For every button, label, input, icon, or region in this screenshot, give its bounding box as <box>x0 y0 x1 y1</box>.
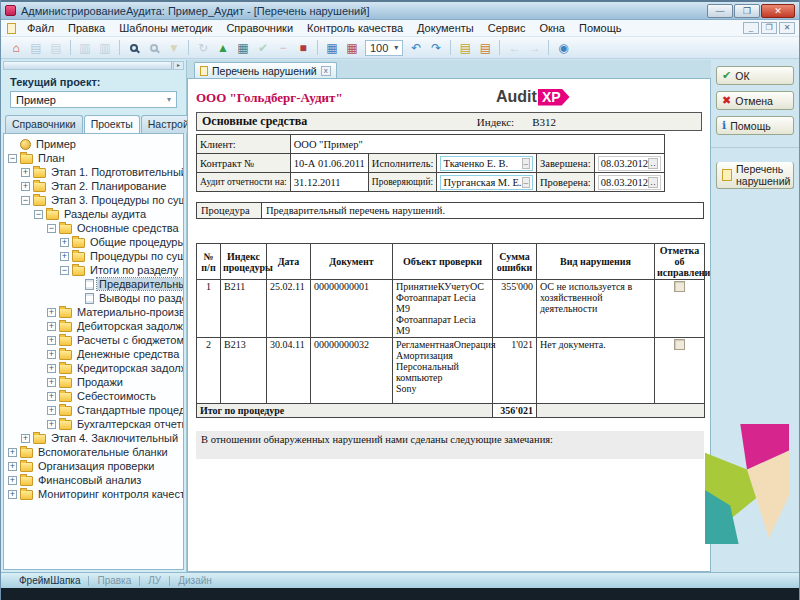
dropdown-button[interactable]: – <box>522 177 531 188</box>
tree-item[interactable]: +Кредиторская задолженность <box>6 361 183 375</box>
tree-item[interactable]: +Организация проверки <box>6 459 183 473</box>
expand-icon[interactable]: + <box>47 336 56 345</box>
menu-item-1[interactable]: Файл <box>20 21 61 35</box>
notes-icon[interactable]: ▤ <box>456 39 474 57</box>
violations-list-button[interactable]: Перечень нарушений <box>716 162 794 189</box>
client-value[interactable]: ООО "Пример" <box>290 135 664 154</box>
expand-icon[interactable]: + <box>8 476 17 485</box>
approve-icon[interactable]: ✔ <box>254 39 272 57</box>
tree-item[interactable]: Выводы по разделу аудита. <box>6 291 183 305</box>
tree-item[interactable]: +Себестоимость <box>6 389 183 403</box>
menu-item-9[interactable]: Помощь <box>572 21 629 35</box>
tab-violations-list[interactable]: Перечень нарушений x <box>194 62 337 78</box>
tree-item[interactable]: +Мониторинг контроля качества <box>6 487 183 501</box>
fixed-checkbox[interactable] <box>674 339 685 350</box>
help-icon[interactable]: ◉ <box>554 39 572 57</box>
expand-icon[interactable]: + <box>60 238 69 247</box>
back-icon[interactable]: ↶ <box>407 39 425 57</box>
audit-date-value[interactable]: 31.12.2011 <box>290 173 368 192</box>
status-item-3[interactable]: ЛУ <box>140 575 169 586</box>
filter-icon[interactable]: ▼ <box>165 39 183 57</box>
status-item-2[interactable]: Правка <box>89 575 139 586</box>
tree-item[interactable]: −План <box>6 151 183 165</box>
home-icon[interactable]: ⌂ <box>7 39 25 57</box>
menu-item-6[interactable]: Документы <box>410 21 481 35</box>
forward-icon[interactable]: ↷ <box>427 39 445 57</box>
mdi-close-button[interactable]: ✕ <box>779 22 795 34</box>
tree-item[interactable]: −Итоги по разделу <box>6 263 183 277</box>
status-item-4[interactable]: Дизайн <box>170 575 220 586</box>
expand-icon[interactable]: + <box>8 462 17 471</box>
contract-value[interactable]: 10-А 01.06.2011 <box>290 154 368 173</box>
menu-item-3[interactable]: Шаблоны методик <box>112 21 219 35</box>
ok-button[interactable]: ✔ОК <box>716 66 794 85</box>
ellipsis-button[interactable]: ‥ <box>648 177 658 188</box>
horizontal-scrollbar[interactable]: ▸ <box>3 61 184 70</box>
zoom-search-icon[interactable] <box>145 39 163 57</box>
journal-icon[interactable]: ▤ <box>476 39 494 57</box>
mdi-restore-button[interactable]: ❐ <box>761 22 777 34</box>
scrollbar-right-arrow-icon[interactable]: ▸ <box>173 62 183 69</box>
checked-field[interactable]: 08.03.2012 ‥ <box>598 175 661 190</box>
save-icon[interactable]: ▥ <box>76 39 94 57</box>
tree-item[interactable]: +Процедуры по существу <box>6 249 183 263</box>
collapse-icon[interactable]: − <box>34 210 43 219</box>
tree-item[interactable]: +Стандартные процедуры <box>6 403 183 417</box>
expand-icon[interactable]: + <box>47 350 56 359</box>
menu-item-7[interactable]: Сервис <box>481 21 533 35</box>
menu-item-4[interactable]: Справочники <box>219 21 300 35</box>
expand-icon[interactable]: + <box>8 490 17 499</box>
executor-field[interactable]: Ткаченко Е. В. – <box>440 156 533 171</box>
expand-icon[interactable]: + <box>47 392 56 401</box>
panel-tab-проекты[interactable]: Проекты <box>84 115 140 133</box>
completed-field[interactable]: 08.03.2012 ‥ <box>598 156 661 171</box>
help-button[interactable]: ℹПомощь <box>716 116 794 135</box>
tree-item[interactable]: −Этап 3. Процедуры по существу <box>6 193 183 207</box>
panel-tab-справочники[interactable]: Справочники <box>5 115 83 133</box>
scrollbar-thumb[interactable] <box>4 62 172 69</box>
expand-icon[interactable]: + <box>21 434 30 443</box>
tab-close-icon[interactable]: x <box>321 66 331 76</box>
new-project-icon[interactable]: ▤ <box>27 39 45 57</box>
maximize-button[interactable]: ❐ <box>734 4 760 18</box>
next-icon[interactable]: → <box>525 39 543 57</box>
tree-item[interactable]: +Финансовый анализ <box>6 473 183 487</box>
expand-icon[interactable]: + <box>47 322 56 331</box>
menu-item-5[interactable]: Контроль качества <box>300 21 410 35</box>
tree-item[interactable]: +Материально-производственные запасы <box>6 305 183 319</box>
tree-item[interactable]: −Разделы аудита <box>6 207 183 221</box>
table-icon[interactable]: ▦ <box>323 39 341 57</box>
collapse-icon[interactable]: − <box>8 154 17 163</box>
dropdown-button[interactable]: – <box>522 158 531 169</box>
current-project-select[interactable]: Пример ▾ <box>10 91 177 108</box>
save-all-icon[interactable]: ▥ <box>96 39 114 57</box>
table-row[interactable]: 2В21330.04.1100000000032РегламентнаяОпер… <box>197 338 705 404</box>
collapse-icon[interactable]: − <box>47 224 56 233</box>
print-icon[interactable]: ▦ <box>234 39 252 57</box>
expand-icon[interactable]: + <box>8 448 17 457</box>
close-button[interactable]: ✕ <box>761 4 795 18</box>
tree-item[interactable]: +Продажи <box>6 375 183 389</box>
tree-item[interactable]: +Расчеты с бюджетом <box>6 333 183 347</box>
prev-icon[interactable]: ← <box>505 39 523 57</box>
calendar-icon[interactable]: ▦ <box>343 39 361 57</box>
expand-icon[interactable]: + <box>47 364 56 373</box>
tree-item[interactable]: +Этап 1. Подготовительный <box>6 165 183 179</box>
tree-item[interactable]: +Бухгалтерская отчетность <box>6 417 183 431</box>
procedure-value[interactable]: Предварительный перечень нарушений. <box>262 203 704 219</box>
tree-item[interactable]: Пример <box>6 137 183 151</box>
tree-item[interactable]: +Дебиторская задолженность <box>6 319 183 333</box>
expand-icon[interactable]: + <box>21 182 30 191</box>
mdi-minimize-button[interactable]: _ <box>743 22 759 34</box>
zoom-level-select[interactable]: 100▾ <box>365 40 403 56</box>
tree-item[interactable]: +Денежные средства <box>6 347 183 361</box>
minimize-button[interactable]: — <box>707 4 733 18</box>
open-project-icon[interactable]: ▤ <box>47 39 65 57</box>
export-icon[interactable]: ▲ <box>214 39 232 57</box>
refresh-icon[interactable]: ↻ <box>194 39 212 57</box>
table-row[interactable]: 1В21125.02.1100000000001ПринятиеКУчетуОС… <box>197 280 705 338</box>
fixed-checkbox[interactable] <box>674 281 685 292</box>
reviewer-field[interactable]: Пурганская М. Е. – <box>440 175 533 190</box>
menu-item-8[interactable]: Окна <box>532 21 572 35</box>
remove-icon[interactable]: − <box>274 39 292 57</box>
